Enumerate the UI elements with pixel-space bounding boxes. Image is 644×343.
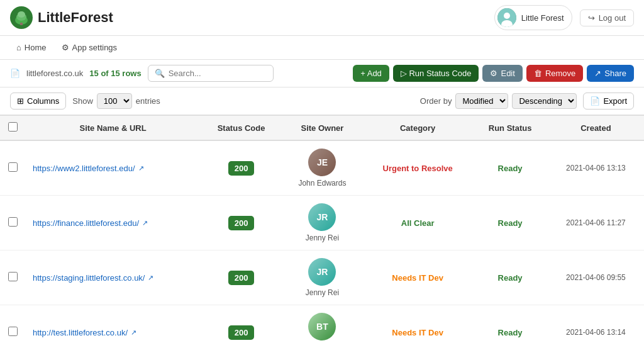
status-badge: 200 — [228, 161, 255, 176]
show-label: Show — [72, 96, 93, 106]
status-badge: 200 — [228, 216, 255, 230]
row-count: 15 of 15 rows — [89, 69, 141, 78]
row-status-cell: 200 — [201, 196, 282, 250]
logo: LittleForest — [10, 6, 113, 29]
owner-name: John Edwards — [298, 179, 346, 188]
nav-home-label: Home — [25, 43, 47, 52]
row-status-cell: 200 — [201, 140, 282, 196]
home-icon: ⌂ — [16, 43, 21, 52]
avatar: BT — [308, 313, 336, 340]
table-row: https://finance.littleforest.edu/ ↗ 200 … — [0, 196, 644, 250]
table-row: https://www2.littleforest.edu/ ↗ 200 JE … — [0, 140, 644, 196]
direction-dropdown[interactable]: Descending Ascending — [512, 93, 577, 109]
user-badge[interactable]: Little Forest — [494, 5, 572, 30]
entries-label: entries — [136, 96, 160, 106]
add-label: + Add — [360, 69, 382, 78]
gear-icon: ⚙ — [62, 43, 69, 52]
edit-button[interactable]: ⚙ Edit — [482, 65, 522, 82]
toolbar-left: 📄 littleforest.co.uk 15 of 15 rows 🔍 — [10, 65, 274, 82]
row-run-status-cell: Ready — [472, 250, 547, 305]
row-category-cell: Needs IT Dev — [363, 250, 472, 305]
columns-icon: ⊞ — [17, 96, 24, 106]
columns-button[interactable]: ⊞ Columns — [10, 93, 66, 110]
category-label: All Clear — [401, 218, 435, 228]
row-owner-cell: JR Jenny Rei — [282, 250, 363, 305]
row-url-cell: https://staging.littleforest.co.uk/ ↗ — [25, 250, 201, 305]
share-label: Share — [604, 69, 626, 78]
export-label: Export — [603, 96, 627, 106]
order-dropdown[interactable]: Modified Created Name — [455, 93, 508, 109]
avatar: JE — [308, 149, 336, 176]
remove-button[interactable]: 🗑 Remove — [526, 65, 583, 82]
row-url-cell: https://www2.littleforest.edu/ ↗ — [25, 140, 201, 196]
row-category-cell: Needs IT Dev — [363, 305, 472, 344]
row-owner-cell: JE John Edwards — [282, 140, 363, 196]
row-owner-cell: BT Ben Timmons — [282, 305, 363, 344]
run-status-button[interactable]: ▷ Run Status Code — [393, 65, 479, 82]
external-link-icon: ↗ — [148, 274, 153, 282]
nav-bar: ⌂ Home ⚙ App settings — [0, 36, 644, 60]
share-button[interactable]: ↗ Share — [587, 65, 634, 82]
owner-avatar-cell: BT Ben Timmons — [289, 313, 355, 343]
row-category-cell: Urgent to Resolve — [363, 140, 472, 196]
row-owner-cell: JR Jenny Rei — [282, 196, 363, 250]
edit-label: Edit — [501, 69, 514, 78]
svg-rect-4 — [20, 23, 23, 25]
options-right: Order by Modified Created Name Descendin… — [420, 93, 634, 110]
category-label: Needs IT Dev — [392, 273, 443, 283]
entries-dropdown[interactable]: 100 50 25 — [97, 93, 132, 109]
logo-icon — [10, 6, 33, 29]
avatar: JR — [308, 203, 336, 231]
logo-text: LittleForest — [38, 9, 113, 26]
status-badge: 200 — [228, 325, 255, 340]
col-status-code: Status Code — [201, 116, 282, 141]
options-bar: ⊞ Columns Show 100 50 25 entries Order b… — [0, 87, 644, 115]
nav-app-settings[interactable]: ⚙ App settings — [55, 40, 124, 55]
row-status-cell: 200 — [201, 305, 282, 344]
toolbar: 📄 littleforest.co.uk 15 of 15 rows 🔍 + A… — [0, 60, 644, 87]
row-run-status-cell: Ready — [472, 196, 547, 250]
site-url-link[interactable]: https://finance.littleforest.edu/ ↗ — [33, 218, 193, 228]
row-checkbox[interactable] — [8, 327, 18, 336]
site-url-link[interactable]: http://test.littleforest.co.uk/ ↗ — [33, 328, 193, 337]
add-button[interactable]: + Add — [353, 65, 389, 82]
row-created-cell: 2021-04-06 13:14 — [548, 305, 644, 344]
site-url-link[interactable]: https://www2.littleforest.edu/ ↗ — [33, 164, 193, 173]
search-input[interactable] — [169, 69, 267, 78]
user-avatar — [497, 8, 516, 27]
row-url-cell: http://test.littleforest.co.uk/ ↗ — [25, 305, 201, 344]
table-row: http://test.littleforest.co.uk/ ↗ 200 BT… — [0, 305, 644, 344]
run-status-label: Ready — [498, 218, 523, 228]
nav-home[interactable]: ⌂ Home — [10, 40, 53, 55]
toolbar-right: + Add ▷ Run Status Code ⚙ Edit 🗑 Remove … — [353, 65, 634, 82]
logout-icon: ↪ — [588, 13, 595, 23]
svg-point-6 — [504, 13, 510, 19]
row-checkbox[interactable] — [8, 272, 18, 281]
row-checkbox[interactable] — [8, 217, 18, 227]
select-all-header — [0, 116, 25, 141]
col-site-name: Site Name & URL — [25, 116, 201, 141]
user-name: Little Forest — [521, 13, 564, 23]
remove-label: Remove — [545, 69, 575, 78]
status-badge: 200 — [228, 271, 255, 285]
search-box[interactable]: 🔍 — [148, 65, 274, 82]
site-name: littleforest.co.uk — [26, 69, 83, 78]
category-label: Needs IT Dev — [392, 328, 443, 337]
row-checkbox-cell — [0, 196, 25, 250]
select-all-checkbox[interactable] — [8, 122, 18, 132]
logout-label: Log out — [599, 13, 626, 23]
logout-button[interactable]: ↪ Log out — [580, 9, 634, 26]
owner-avatar-cell: JR Jenny Rei — [289, 203, 355, 242]
run-status-label: ▷ Run Status Code — [401, 69, 472, 78]
col-category: Category — [363, 116, 472, 141]
site-url-link[interactable]: https://staging.littleforest.co.uk/ ↗ — [33, 273, 193, 283]
row-created-cell: 2021-04-06 11:27 — [548, 196, 644, 250]
owner-name: Jenny Rei — [306, 288, 339, 297]
col-created: Created — [548, 116, 644, 141]
export-button[interactable]: 📄 Export — [583, 93, 634, 110]
nav-settings-label: App settings — [72, 43, 118, 52]
row-checkbox[interactable] — [8, 162, 18, 172]
table-row: https://staging.littleforest.co.uk/ ↗ 20… — [0, 250, 644, 305]
edit-icon: ⚙ — [490, 69, 497, 78]
col-site-owner: Site Owner — [282, 116, 363, 141]
